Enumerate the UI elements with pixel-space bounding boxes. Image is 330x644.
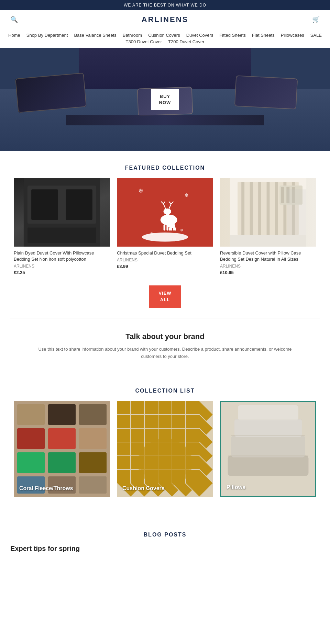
nav-bathroom[interactable]: Bathroom — [123, 33, 142, 38]
svg-rect-41 — [281, 187, 284, 203]
svg-rect-27 — [171, 227, 172, 230]
top-banner: WE ARE THE BEST ON WHAT WE DO — [0, 0, 330, 10]
product-card-3[interactable]: Reversible Duvet Cover with Pillow Case … — [220, 178, 316, 275]
nav-shop-by-department[interactable]: Shop By Department — [26, 33, 68, 38]
product-price-2: £3.99 — [117, 264, 213, 269]
pillow-right — [234, 75, 298, 109]
view-all-wrapper: VIEWALL — [10, 285, 320, 307]
svg-rect-37 — [275, 182, 278, 235]
product-name-3: Reversible Duvet Cover with Pillow Case … — [220, 250, 316, 262]
featured-collection-section: FEATURED COLLECTION Plain Dyed Duvet Cov… — [0, 165, 330, 308]
nav-base-valance-sheets[interactable]: Base Valance Sheets — [74, 33, 116, 38]
collection-list-section: COLLECTION LIST Coral — [0, 388, 330, 497]
blog-section: BLOG POSTS Expert tips for spring — [0, 511, 330, 566]
view-all-button[interactable]: VIEWALL — [149, 285, 181, 307]
product-brand-2: ARLINENS — [117, 258, 213, 262]
product-card-1[interactable]: Plain Dyed Duvet Cover With Pillowcase B… — [14, 178, 110, 275]
collection-label-1: Coral Fleece/Throws — [19, 485, 73, 492]
header: 🔍 ARLINENS 🛒 — [0, 10, 330, 29]
product-price-3: £10.65 — [220, 270, 316, 275]
nav-fitted-sheets[interactable]: Fitted Sheets — [219, 33, 246, 38]
blog-post-first-title[interactable]: Expert tips for spring — [10, 545, 320, 553]
svg-rect-99 — [117, 401, 213, 497]
hero-banner: BUYNOW — [0, 48, 330, 151]
svg-rect-35 — [258, 182, 261, 235]
svg-rect-28 — [173, 227, 174, 230]
brand-title: Talk about your brand — [28, 332, 302, 341]
product-name-1: Plain Dyed Duvet Cover With Pillowcase B… — [14, 250, 110, 262]
brand-text: Use this text to share information about… — [28, 346, 302, 360]
svg-rect-34 — [250, 182, 253, 235]
collection-label-2: Cushion Covers — [122, 485, 165, 492]
main-nav: Home Shop By Department Base Valance She… — [0, 29, 330, 48]
collection-svg-3 — [221, 402, 315, 496]
collection-label-3: Pillows — [227, 484, 245, 490]
product-card-2[interactable]: ❄ ❄ ❄ ❄ — [117, 178, 213, 275]
svg-rect-45 — [287, 189, 307, 235]
svg-point-8 — [164, 208, 171, 215]
hero-buy-now-button[interactable]: BUYNOW — [151, 89, 179, 110]
svg-rect-44 — [230, 235, 306, 247]
nav-pillowcases[interactable]: Pillowcases — [281, 33, 304, 38]
featured-collection-title: FEATURED COLLECTION — [10, 165, 320, 171]
collection-list-title: COLLECTION LIST — [10, 388, 320, 394]
brand-section: Talk about your brand Use this text to s… — [0, 318, 330, 374]
collection-svg-1 — [14, 401, 110, 497]
collection-item-1[interactable]: Coral Fleece/Throws — [14, 401, 110, 497]
collection-svg-2 — [117, 401, 213, 497]
nav-t200-duvet[interactable]: T200 Duvet Cover — [168, 39, 205, 44]
svg-rect-59 — [14, 401, 110, 497]
svg-rect-29 — [175, 227, 176, 230]
embroidery-right — [234, 75, 298, 109]
svg-rect-3 — [66, 189, 92, 220]
svg-text:❄: ❄ — [138, 188, 143, 194]
bed-runner — [66, 115, 264, 125]
nav-sale[interactable]: SALE — [310, 33, 322, 38]
svg-rect-26 — [169, 227, 170, 230]
svg-rect-33 — [241, 182, 244, 235]
product-svg-3 — [220, 178, 316, 247]
pillow-left — [15, 72, 87, 113]
nav-duvet-covers[interactable]: Duvet Covers — [186, 33, 213, 38]
svg-rect-108 — [221, 402, 315, 496]
product-brand-3: ARLINENS — [220, 264, 316, 269]
product-name-2: Christmas Special Duvet Bedding Set — [117, 250, 213, 256]
collection-item-2[interactable]: Cushion Covers — [117, 401, 213, 497]
product-grid: Plain Dyed Duvet Cover With Pillowcase B… — [10, 178, 320, 275]
nav-cushion-covers[interactable]: Cushion Covers — [148, 33, 180, 38]
product-image-3 — [220, 178, 316, 247]
site-logo[interactable]: ARLINENS — [18, 15, 312, 24]
product-image-2: ❄ ❄ ❄ ❄ — [117, 178, 213, 247]
nav-t300-duvet[interactable]: T300 Duvet Cover — [126, 39, 162, 44]
product-image-1 — [14, 178, 110, 247]
banner-text: WE ARE THE BEST ON WHAT WE DO — [124, 3, 206, 8]
collection-item-3[interactable]: Pillows — [220, 401, 316, 497]
divider-2 — [10, 374, 320, 374]
nav-home[interactable]: Home — [8, 33, 20, 38]
product-svg-1 — [14, 178, 110, 247]
embroidery-left — [15, 72, 87, 113]
collection-grid: Coral Fleece/Throws — [10, 401, 320, 497]
svg-point-25 — [168, 220, 173, 224]
nav-flat-sheets[interactable]: Flat Sheets — [252, 33, 275, 38]
svg-point-30 — [142, 233, 188, 242]
svg-text:❄: ❄ — [180, 228, 183, 232]
svg-rect-15 — [164, 225, 166, 231]
search-icon[interactable]: 🔍 — [10, 16, 18, 23]
svg-rect-4 — [28, 227, 96, 242]
cart-icon[interactable]: 🛒 — [312, 16, 320, 23]
svg-text:❄: ❄ — [184, 192, 189, 198]
svg-rect-36 — [267, 182, 270, 235]
product-price-1: £2.25 — [14, 270, 110, 275]
svg-rect-2 — [31, 189, 58, 220]
blog-posts-title: BLOG POSTS — [10, 532, 320, 538]
product-svg-2: ❄ ❄ ❄ ❄ — [117, 178, 213, 247]
product-brand-1: ARLINENS — [14, 264, 110, 269]
